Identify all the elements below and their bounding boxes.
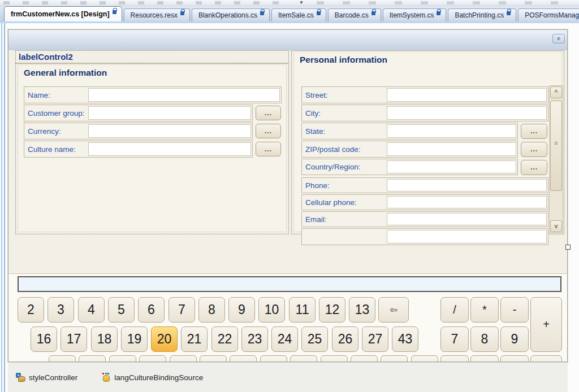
keypad-button-8[interactable]: 8: [470, 326, 499, 352]
keypad-button-27[interactable]: 27: [362, 326, 388, 352]
style-controller-icon: [16, 373, 25, 382]
keypad-button-4[interactable]: 4: [78, 297, 105, 323]
keypad-button-23[interactable]: 23: [241, 326, 268, 352]
keypad-button-8[interactable]: 8: [198, 297, 225, 323]
input-zip-postal-code[interactable]: [387, 142, 516, 156]
resize-handle[interactable]: [565, 245, 571, 250]
keypad-button-blank[interactable]: ⇦: [378, 297, 409, 323]
tab-itemsale-cs[interactable]: ItemSale.cs: [271, 8, 326, 21]
close-icon[interactable]: ×: [552, 34, 565, 43]
input-state[interactable]: [387, 124, 516, 138]
keypad-button-cutoff[interactable]: [290, 355, 317, 362]
keypad-button-blank[interactable]: -: [500, 297, 529, 323]
keypad-button-blank[interactable]: *: [470, 297, 499, 323]
keypad-button-11[interactable]: 11: [289, 297, 316, 323]
general-container: General information Name:Customer group:…: [15, 63, 289, 234]
keypad-button-cutoff[interactable]: [79, 355, 106, 362]
keypad-button-10[interactable]: 10: [258, 297, 285, 323]
browse-button-currency[interactable]: ...: [256, 124, 281, 138]
keypad-button-9[interactable]: 9: [228, 297, 255, 323]
tray-item-langculturebindingsource[interactable]: langCultureBindingSource: [101, 373, 203, 382]
keypad-button-9[interactable]: 9: [500, 326, 529, 352]
input-partial[interactable]: [387, 230, 547, 243]
input-city[interactable]: [387, 106, 547, 120]
input-cellular-phone[interactable]: [387, 196, 547, 208]
toolbar-dropdown-icon[interactable]: ▼: [299, 0, 304, 5]
keypad-button-25[interactable]: 25: [301, 326, 328, 352]
keypad-button-cutoff[interactable]: [170, 355, 197, 362]
keypad-button-3[interactable]: 3: [47, 297, 74, 323]
keypad-button-43[interactable]: 43: [392, 326, 418, 352]
input-culture-name[interactable]: [88, 142, 251, 156]
form-header-strip: ×: [8, 30, 567, 50]
keypad-button-blank[interactable]: /: [440, 297, 469, 323]
keypad-button-7[interactable]: 7: [168, 297, 195, 323]
keypad-button-cutoff[interactable]: [139, 355, 166, 362]
field-label: Customer group:: [28, 105, 85, 121]
keypad-button-12[interactable]: 12: [319, 297, 345, 323]
tab-barcode-cs[interactable]: Barcode.cs: [328, 8, 381, 21]
tab-frmcustomernew-cs-design[interactable]: frmCustomerNew.cs [Design]: [4, 6, 122, 21]
keypad-button-cutoff[interactable]: [440, 355, 469, 362]
keypad-button-cutoff[interactable]: [530, 355, 562, 362]
tab-blankoperations-cs[interactable]: BlankOperations.cs: [192, 8, 270, 21]
keypad-button-cutoff[interactable]: [500, 355, 529, 362]
tab-batchprinting-cs[interactable]: BatchPrinting.cs: [448, 8, 516, 21]
keypad-button-19[interactable]: 19: [121, 326, 148, 352]
keypad-button-24[interactable]: 24: [271, 326, 298, 352]
field-label: Email:: [305, 212, 327, 227]
keypad-button-cutoff[interactable]: [470, 355, 499, 362]
design-surface[interactable]: × labelControl2 General information Name…: [8, 29, 568, 362]
field-row-email: Email:: [301, 211, 548, 227]
tab-posformsmanag[interactable]: POSFormsManag: [518, 8, 579, 21]
keypad-button-2[interactable]: 2: [18, 297, 44, 323]
tab-resources-resx[interactable]: Resources.resx: [124, 8, 190, 21]
keypad-button-6[interactable]: 6: [138, 297, 165, 323]
browse-button-culture-name[interactable]: ...: [256, 142, 281, 156]
keypad-button-cutoff[interactable]: [260, 355, 287, 362]
field-row-customer-group: Customer group:: [24, 104, 253, 121]
browse-button-zip-postal-code[interactable]: ...: [521, 142, 547, 157]
tab-itemsystem-cs[interactable]: ItemSystem.cs: [383, 8, 447, 21]
keypad-button-20[interactable]: 20: [151, 326, 178, 352]
browse-button-customer-group[interactable]: ...: [256, 106, 281, 120]
input-name[interactable]: [88, 88, 280, 102]
general-panel-title: General information: [24, 68, 107, 78]
input-street[interactable]: [387, 88, 547, 102]
input-customer-group[interactable]: [88, 106, 251, 120]
entry-input[interactable]: [18, 276, 561, 292]
input-currency[interactable]: [88, 124, 251, 138]
lock-icon: [371, 11, 375, 15]
keypad-button-26[interactable]: 26: [332, 326, 358, 352]
keypad-button-5[interactable]: 5: [108, 297, 135, 323]
field-label: Name:: [28, 87, 50, 103]
scroll-down-icon[interactable]: v: [550, 220, 562, 232]
keypad-button-blank[interactable]: +: [530, 297, 562, 352]
input-phone[interactable]: [387, 179, 547, 191]
vertical-scrollbar[interactable]: ^ ≡ v: [549, 85, 563, 233]
keypad-button-cutoff[interactable]: [381, 355, 408, 362]
keypad-button-cutoff[interactable]: [109, 355, 136, 362]
label-control2[interactable]: labelControl2: [15, 50, 289, 63]
keypad-button-13[interactable]: 13: [349, 297, 375, 323]
keypad-button-cutoff[interactable]: [351, 355, 378, 362]
scroll-up-icon[interactable]: ^: [550, 86, 562, 98]
keypad-button-21[interactable]: 21: [181, 326, 208, 352]
tray-item-stylecontroller[interactable]: styleController: [16, 373, 77, 382]
input-email[interactable]: [387, 213, 547, 225]
keypad-button-cutoff[interactable]: [411, 355, 438, 362]
input-country-region[interactable]: [387, 160, 516, 173]
keypad-button-cutoff[interactable]: [230, 355, 257, 362]
keypad-button-17[interactable]: 17: [61, 326, 87, 352]
keypad-button-22[interactable]: 22: [211, 326, 238, 352]
keypad-button-cutoff[interactable]: [321, 355, 348, 362]
keypad-button-18[interactable]: 18: [91, 326, 118, 352]
browse-button-state[interactable]: ...: [521, 124, 547, 139]
keypad-button-16[interactable]: 16: [31, 326, 57, 352]
keypad-button-cutoff[interactable]: [200, 355, 227, 362]
scrollbar-thumb[interactable]: ≡: [550, 101, 562, 191]
toolbar-edge: ▼: [0, 0, 579, 6]
keypad-button-7[interactable]: 7: [440, 326, 469, 352]
browse-button-country-region[interactable]: ...: [521, 160, 547, 175]
keypad-button-cutoff[interactable]: [49, 355, 76, 362]
